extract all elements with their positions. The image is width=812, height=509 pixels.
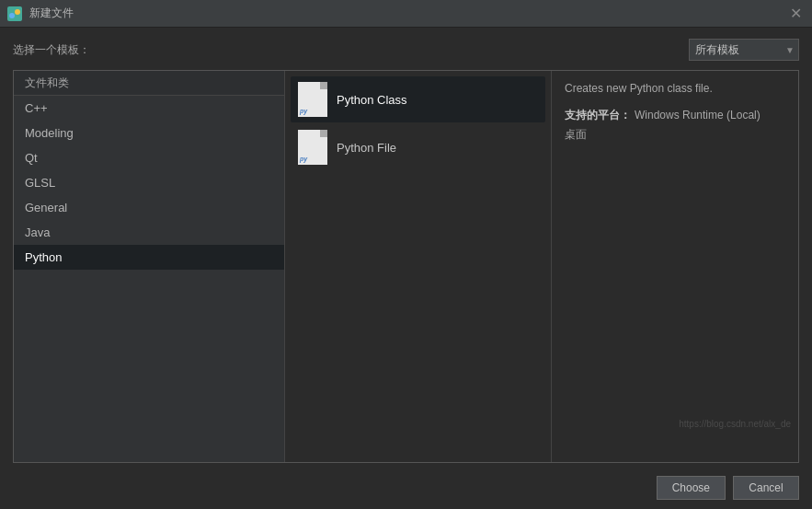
top-row: 选择一个模板： 所有模板文件和类C++ModelingQtGLSLGeneral… <box>13 39 799 61</box>
template-list: py Python Class py Python File <box>285 71 552 462</box>
template-item-python-file[interactable]: py Python File <box>291 124 545 170</box>
sidebar: 文件和类 C++ Modeling Qt GLSL General Java P… <box>14 71 285 462</box>
python-file-icon-label: py <box>300 156 307 162</box>
template-item-python-class[interactable]: py Python Class <box>291 76 545 122</box>
info-platform-value-1: 桌面 <box>565 127 587 143</box>
python-class-label: Python Class <box>337 93 407 107</box>
main-content: 文件和类 C++ Modeling Qt GLSL General Java P… <box>13 70 799 463</box>
sidebar-item-modeling[interactable]: Modeling <box>14 121 284 145</box>
python-class-icon-label: py <box>300 108 307 114</box>
sidebar-item-glsl[interactable]: GLSL <box>14 170 284 195</box>
python-file-label: Python File <box>337 141 396 155</box>
close-button[interactable]: ✕ <box>786 5 805 23</box>
svg-point-0 <box>9 13 15 18</box>
info-description: Creates new Python class file. <box>565 82 785 95</box>
bottom-row: Choose Cancel <box>13 470 799 500</box>
python-class-file-icon: py <box>298 82 327 117</box>
info-platform-label: 支持的平台： <box>565 108 631 123</box>
sidebar-item-cpp[interactable]: C++ <box>14 96 284 121</box>
sidebar-item-qt[interactable]: Qt <box>14 145 284 170</box>
template-filter-dropdown[interactable]: 所有模板文件和类C++ModelingQtGLSLGeneralJavaPyth… <box>689 39 799 61</box>
app-icon <box>7 6 22 21</box>
sidebar-section-header: 文件和类 <box>14 71 284 96</box>
svg-point-1 <box>15 9 20 15</box>
top-label: 选择一个模板： <box>13 42 90 58</box>
template-filter-wrapper[interactable]: 所有模板文件和类C++ModelingQtGLSLGeneralJavaPyth… <box>689 39 799 61</box>
info-platform-row: 支持的平台： Windows Runtime (Local) <box>565 108 785 123</box>
info-platform-desktop-row: 桌面 <box>565 127 785 143</box>
choose-button[interactable]: Choose <box>657 476 726 500</box>
info-panel: Creates new Python class file. 支持的平台： Wi… <box>552 71 798 462</box>
sidebar-item-general[interactable]: General <box>14 195 284 220</box>
watermark: https://blog.csdn.net/alx_de <box>679 419 791 429</box>
dialog-body: 选择一个模板： 所有模板文件和类C++ModelingQtGLSLGeneral… <box>0 28 812 509</box>
sidebar-item-python[interactable]: Python <box>14 245 284 270</box>
titlebar-title: 新建文件 <box>29 6 786 21</box>
titlebar: 新建文件 ✕ <box>0 0 812 28</box>
cancel-button[interactable]: Cancel <box>733 476 799 500</box>
python-file-file-icon: py <box>298 130 327 165</box>
info-platform-value-0: Windows Runtime (Local) <box>635 109 761 121</box>
sidebar-item-java[interactable]: Java <box>14 220 284 245</box>
